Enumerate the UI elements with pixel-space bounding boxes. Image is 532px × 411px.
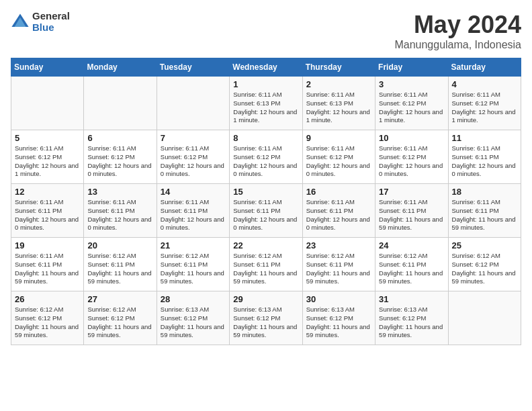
cell-info: Sunrise: 6:11 AM Sunset: 6:11 PM Dayligh…	[452, 198, 517, 232]
calendar-cell: 4Sunrise: 6:11 AM Sunset: 6:12 PM Daylig…	[448, 77, 521, 130]
cell-info: Sunrise: 6:12 AM Sunset: 6:12 PM Dayligh…	[15, 306, 80, 340]
calendar-cell	[84, 77, 157, 130]
cell-info: Sunrise: 6:12 AM Sunset: 6:11 PM Dayligh…	[233, 252, 298, 286]
day-number: 23	[306, 240, 371, 250]
day-number: 7	[161, 133, 226, 143]
cell-info: Sunrise: 6:11 AM Sunset: 6:12 PM Dayligh…	[233, 144, 298, 179]
day-number: 28	[161, 294, 226, 304]
cell-info: Sunrise: 6:11 AM Sunset: 6:11 PM Dayligh…	[87, 198, 152, 232]
day-number: 17	[379, 187, 444, 197]
cell-info: Sunrise: 6:12 AM Sunset: 6:11 PM Dayligh…	[87, 252, 152, 286]
calendar-cell: 23Sunrise: 6:12 AM Sunset: 6:11 PM Dayli…	[302, 238, 375, 291]
day-number: 26	[15, 294, 80, 304]
cell-info: Sunrise: 6:12 AM Sunset: 6:11 PM Dayligh…	[379, 252, 444, 286]
calendar-cell: 19Sunrise: 6:11 AM Sunset: 6:11 PM Dayli…	[11, 238, 84, 291]
day-number: 13	[87, 187, 152, 197]
cell-info: Sunrise: 6:13 AM Sunset: 6:12 PM Dayligh…	[306, 306, 371, 340]
cell-info: Sunrise: 6:11 AM Sunset: 6:12 PM Dayligh…	[379, 91, 444, 125]
cell-info: Sunrise: 6:11 AM Sunset: 6:12 PM Dayligh…	[379, 144, 444, 179]
day-number: 12	[15, 187, 80, 197]
cell-info: Sunrise: 6:11 AM Sunset: 6:11 PM Dayligh…	[15, 198, 80, 232]
day-number: 10	[379, 133, 444, 143]
day-number: 9	[306, 133, 371, 143]
logo-blue-text: Blue	[32, 22, 70, 34]
day-number: 3	[379, 79, 444, 89]
header-day: Tuesday	[157, 58, 229, 77]
day-number: 27	[87, 294, 152, 304]
cell-info: Sunrise: 6:11 AM Sunset: 6:13 PM Dayligh…	[306, 91, 371, 125]
day-number: 31	[379, 294, 444, 304]
cell-info: Sunrise: 6:11 AM Sunset: 6:11 PM Dayligh…	[233, 198, 298, 232]
day-number: 22	[233, 240, 298, 250]
calendar-cell: 5Sunrise: 6:11 AM Sunset: 6:12 PM Daylig…	[11, 130, 84, 184]
calendar-cell: 29Sunrise: 6:13 AM Sunset: 6:12 PM Dayli…	[230, 291, 302, 345]
day-number: 25	[452, 240, 517, 250]
calendar-cell: 21Sunrise: 6:12 AM Sunset: 6:11 PM Dayli…	[157, 238, 229, 291]
cell-info: Sunrise: 6:11 AM Sunset: 6:11 PM Dayligh…	[15, 252, 80, 286]
cell-info: Sunrise: 6:11 AM Sunset: 6:13 PM Dayligh…	[233, 91, 298, 125]
cell-info: Sunrise: 6:12 AM Sunset: 6:12 PM Dayligh…	[452, 252, 517, 286]
day-number: 2	[306, 79, 371, 89]
header-day: Saturday	[448, 58, 521, 77]
day-number: 18	[452, 187, 517, 197]
calendar-header: SundayMondayTuesdayWednesdayThursdayFrid…	[11, 58, 521, 77]
calendar-cell: 2Sunrise: 6:11 AM Sunset: 6:13 PM Daylig…	[302, 77, 375, 130]
calendar-week-row: 26Sunrise: 6:12 AM Sunset: 6:12 PM Dayli…	[11, 291, 521, 345]
calendar-cell: 10Sunrise: 6:11 AM Sunset: 6:12 PM Dayli…	[375, 130, 448, 184]
calendar-cell: 14Sunrise: 6:11 AM Sunset: 6:11 PM Dayli…	[157, 184, 229, 238]
day-number: 30	[306, 294, 371, 304]
calendar-cell: 1Sunrise: 6:11 AM Sunset: 6:13 PM Daylig…	[230, 77, 302, 130]
day-number: 5	[15, 133, 80, 143]
header-day: Thursday	[302, 58, 375, 77]
logo-general-text: General	[32, 11, 70, 22]
calendar-week-row: 1Sunrise: 6:11 AM Sunset: 6:13 PM Daylig…	[11, 77, 521, 130]
day-number: 15	[233, 187, 298, 197]
day-number: 11	[452, 133, 517, 143]
main-title: May 2024	[394, 11, 521, 39]
calendar-cell: 8Sunrise: 6:11 AM Sunset: 6:12 PM Daylig…	[230, 130, 302, 184]
calendar-cell: 3Sunrise: 6:11 AM Sunset: 6:12 PM Daylig…	[375, 77, 448, 130]
calendar-cell: 7Sunrise: 6:11 AM Sunset: 6:12 PM Daylig…	[157, 130, 229, 184]
calendar-cell: 12Sunrise: 6:11 AM Sunset: 6:11 PM Dayli…	[11, 184, 84, 238]
calendar-cell: 13Sunrise: 6:11 AM Sunset: 6:11 PM Dayli…	[84, 184, 157, 238]
cell-info: Sunrise: 6:11 AM Sunset: 6:11 PM Dayligh…	[306, 198, 371, 232]
calendar-cell: 31Sunrise: 6:13 AM Sunset: 6:12 PM Dayli…	[375, 291, 448, 345]
day-number: 21	[161, 240, 226, 250]
cell-info: Sunrise: 6:11 AM Sunset: 6:11 PM Dayligh…	[452, 144, 517, 179]
calendar-week-row: 12Sunrise: 6:11 AM Sunset: 6:11 PM Dayli…	[11, 184, 521, 238]
calendar-week-row: 5Sunrise: 6:11 AM Sunset: 6:12 PM Daylig…	[11, 130, 521, 184]
header-day: Wednesday	[230, 58, 302, 77]
cell-info: Sunrise: 6:13 AM Sunset: 6:12 PM Dayligh…	[379, 306, 444, 340]
cell-info: Sunrise: 6:11 AM Sunset: 6:12 PM Dayligh…	[15, 144, 80, 179]
calendar-cell: 18Sunrise: 6:11 AM Sunset: 6:11 PM Dayli…	[448, 184, 521, 238]
calendar-cell: 24Sunrise: 6:12 AM Sunset: 6:11 PM Dayli…	[375, 238, 448, 291]
logo-text: General Blue	[32, 11, 70, 33]
day-number: 16	[306, 187, 371, 197]
cell-info: Sunrise: 6:13 AM Sunset: 6:12 PM Dayligh…	[161, 306, 226, 340]
day-number: 19	[15, 240, 80, 250]
page-header: General Blue May 2024 Manunggulama, Indo…	[11, 11, 521, 51]
day-number: 4	[452, 79, 517, 89]
cell-info: Sunrise: 6:11 AM Sunset: 6:12 PM Dayligh…	[161, 144, 226, 179]
header-day: Sunday	[11, 58, 84, 77]
calendar-cell: 11Sunrise: 6:11 AM Sunset: 6:11 PM Dayli…	[448, 130, 521, 184]
logo-icon	[11, 13, 30, 32]
cell-info: Sunrise: 6:11 AM Sunset: 6:11 PM Dayligh…	[379, 198, 444, 232]
calendar-cell: 16Sunrise: 6:11 AM Sunset: 6:11 PM Dayli…	[302, 184, 375, 238]
calendar-cell: 25Sunrise: 6:12 AM Sunset: 6:12 PM Dayli…	[448, 238, 521, 291]
calendar-cell: 15Sunrise: 6:11 AM Sunset: 6:11 PM Dayli…	[230, 184, 302, 238]
day-number: 24	[379, 240, 444, 250]
calendar-cell	[448, 291, 521, 345]
day-number: 8	[233, 133, 298, 143]
cell-info: Sunrise: 6:12 AM Sunset: 6:12 PM Dayligh…	[87, 306, 152, 340]
calendar-cell: 6Sunrise: 6:11 AM Sunset: 6:12 PM Daylig…	[84, 130, 157, 184]
calendar-cell: 17Sunrise: 6:11 AM Sunset: 6:11 PM Dayli…	[375, 184, 448, 238]
header-day: Friday	[375, 58, 448, 77]
calendar-cell: 26Sunrise: 6:12 AM Sunset: 6:12 PM Dayli…	[11, 291, 84, 345]
calendar-cell	[11, 77, 84, 130]
header-day: Monday	[84, 58, 157, 77]
logo: General Blue	[11, 11, 70, 33]
cell-info: Sunrise: 6:11 AM Sunset: 6:12 PM Dayligh…	[452, 91, 517, 125]
day-number: 14	[161, 187, 226, 197]
day-number: 6	[87, 133, 152, 143]
